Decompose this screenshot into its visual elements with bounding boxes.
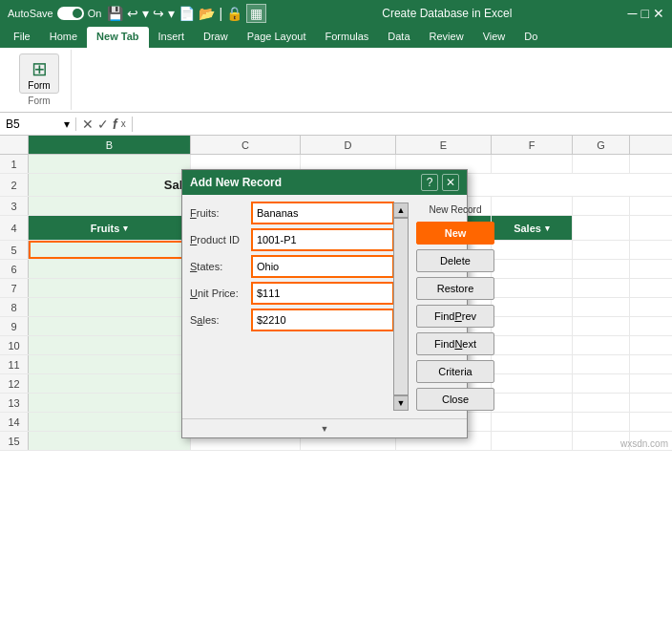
cell[interactable] <box>29 432 191 450</box>
confirm-formula-icon[interactable]: ✓ <box>97 117 109 132</box>
cell[interactable] <box>492 355 573 373</box>
cell[interactable] <box>492 197 573 215</box>
unit-price-input[interactable] <box>252 283 393 304</box>
tab-draw[interactable]: Draw <box>194 27 238 48</box>
tab-view[interactable]: View <box>473 27 515 48</box>
product-id-input[interactable] <box>252 229 393 250</box>
cell[interactable] <box>573 260 630 278</box>
cell-ref-dropdown[interactable]: ▾ <box>64 117 70 131</box>
cell[interactable] <box>29 298 191 316</box>
cell[interactable] <box>492 241 573 259</box>
fruits-input[interactable] <box>252 202 393 224</box>
new-button[interactable]: New <box>416 222 494 245</box>
cell[interactable] <box>573 155 630 173</box>
fruits-dropdown-icon[interactable]: ▾ <box>123 224 128 233</box>
cancel-formula-icon[interactable]: ✕ <box>82 117 94 132</box>
header-sales[interactable]: Sales ▾ <box>492 216 573 240</box>
cell[interactable] <box>29 394 191 412</box>
sales-input[interactable] <box>252 309 393 330</box>
header-fruits[interactable]: Fruits ▾ <box>29 216 191 240</box>
redo-icon[interactable]: ↪ <box>153 6 164 21</box>
tab-home[interactable]: Home <box>40 27 87 48</box>
form-icon-active[interactable]: ▦ <box>246 4 266 23</box>
cell[interactable] <box>29 197 191 215</box>
cell-reference[interactable]: B5 ▾ <box>0 117 76 131</box>
scroll-thumb[interactable] <box>393 218 409 395</box>
find-prev-button[interactable]: Find Prev <box>416 305 494 328</box>
window-controls[interactable]: ─ □ ✕ <box>628 6 664 21</box>
footer-scroll-down-icon[interactable]: ▼ <box>321 424 329 434</box>
cell[interactable] <box>573 216 630 240</box>
cell[interactable] <box>29 279 191 297</box>
lock-icon[interactable]: 🔒 <box>226 6 242 21</box>
undo-dropdown-icon[interactable]: ▾ <box>142 6 149 21</box>
save-icon[interactable]: 💾 <box>107 6 123 21</box>
autosave-toggle[interactable]: AutoSave On <box>8 7 101 20</box>
tab-page-layout[interactable]: Page Layout <box>238 27 316 48</box>
close-button[interactable]: Close <box>416 388 494 411</box>
find-next-button[interactable]: Find Next <box>416 332 494 355</box>
cell[interactable] <box>492 432 573 450</box>
cell[interactable] <box>573 355 630 373</box>
col-header-d[interactable]: D <box>301 136 396 154</box>
cell[interactable] <box>492 413 573 431</box>
criteria-button[interactable]: Criteria <box>416 360 494 383</box>
cell[interactable] <box>29 155 191 173</box>
selected-cell[interactable] <box>29 241 191 259</box>
col-header-c[interactable]: C <box>191 136 301 154</box>
cell[interactable] <box>573 241 630 259</box>
cell[interactable] <box>573 413 630 431</box>
tab-data[interactable]: Data <box>378 27 419 48</box>
tab-file[interactable]: File <box>4 27 40 48</box>
cell[interactable] <box>29 336 191 354</box>
scroll-down-arrow[interactable]: ▼ <box>393 395 409 411</box>
col-header-b[interactable]: B <box>29 136 191 154</box>
cell[interactable] <box>573 317 630 335</box>
cell[interactable] <box>573 197 630 215</box>
cell[interactable] <box>492 374 573 393</box>
dialog-help-button[interactable]: ? <box>421 174 438 191</box>
states-input[interactable] <box>252 256 393 277</box>
redo-dropdown-icon[interactable]: ▾ <box>168 6 175 21</box>
cell[interactable] <box>492 155 573 173</box>
dialog-close-button[interactable]: ✕ <box>442 174 459 191</box>
cell[interactable] <box>573 279 630 297</box>
open-icon[interactable]: 📂 <box>199 6 215 21</box>
new-doc-icon[interactable]: 📄 <box>178 6 195 21</box>
tab-insert[interactable]: Insert <box>149 27 195 48</box>
tab-review[interactable]: Review <box>420 27 473 48</box>
cell[interactable] <box>492 336 573 354</box>
cell[interactable] <box>29 374 191 393</box>
cell[interactable] <box>29 355 191 373</box>
col-header-e[interactable]: E <box>396 136 492 154</box>
toggle-on-icon[interactable] <box>57 7 84 20</box>
cell[interactable] <box>492 260 573 278</box>
col-header-g[interactable]: G <box>573 136 630 154</box>
function-x-icon: x <box>121 118 126 129</box>
close-window-icon[interactable]: ✕ <box>653 6 664 21</box>
form-ribbon-button[interactable]: ⊞ Form <box>19 53 59 94</box>
insert-function-icon[interactable]: f <box>113 117 117 132</box>
cell[interactable] <box>573 336 630 354</box>
cell[interactable] <box>492 279 573 297</box>
scroll-up-arrow[interactable]: ▲ <box>393 202 409 218</box>
cell[interactable] <box>29 260 191 278</box>
tab-new-tab[interactable]: New Tab <box>87 27 148 48</box>
restore-button[interactable]: Restore <box>416 277 494 300</box>
cell[interactable] <box>492 317 573 335</box>
tab-formulas[interactable]: Formulas <box>315 27 378 48</box>
col-header-f[interactable]: F <box>492 136 573 154</box>
cell[interactable] <box>29 413 191 431</box>
sales-dropdown-icon[interactable]: ▾ <box>545 224 550 233</box>
minimize-icon[interactable]: ─ <box>628 6 638 21</box>
cell[interactable] <box>492 298 573 316</box>
tab-do[interactable]: Do <box>514 27 547 48</box>
cell[interactable] <box>573 394 630 412</box>
maximize-icon[interactable]: □ <box>641 6 649 21</box>
cell[interactable] <box>29 317 191 335</box>
cell[interactable] <box>573 374 630 393</box>
delete-button[interactable]: Delete <box>416 249 494 272</box>
cell[interactable] <box>492 394 573 412</box>
cell[interactable] <box>573 298 630 316</box>
undo-icon[interactable]: ↩ <box>127 6 138 21</box>
